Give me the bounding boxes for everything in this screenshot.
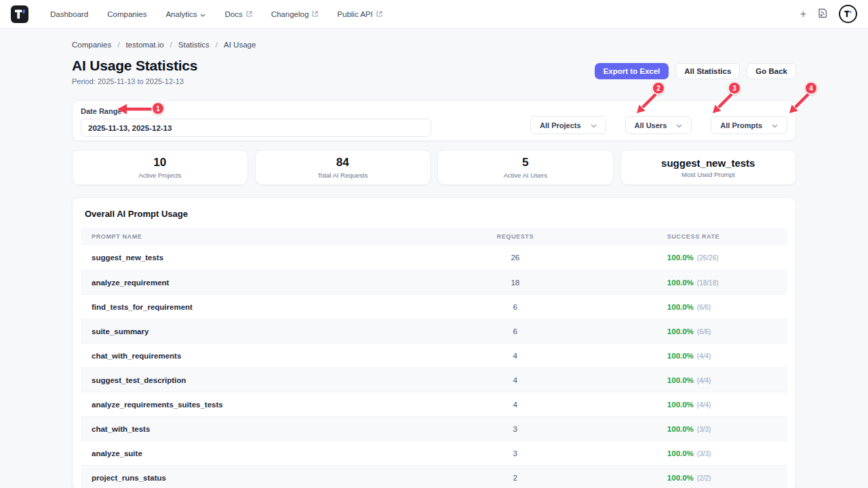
success-rate-cell: 100.0%(2/2) [667,474,787,482]
prompt-name-cell: analyze_suite [81,449,363,458]
plus-icon[interactable]: + [800,9,806,20]
success-rate-fraction: (18/18) [697,279,719,287]
projects-dropdown[interactable]: All Projects [530,116,606,134]
requests-cell: 4 [363,352,667,360]
stat-value: 10 [153,156,166,169]
date-range-input[interactable] [81,119,431,137]
success-rate-fraction: (6/6) [697,304,711,311]
success-rate-percent: 100.0% [667,474,694,482]
page-title: AI Usage Statistics [72,58,197,74]
prompt-name-cell: analyze_requirements_suites_tests [81,401,363,409]
external-link-icon [246,10,252,18]
prompts-dropdown[interactable]: All Prompts [711,116,787,134]
breadcrumb: Companies / testomat.io / Statistics / A… [72,41,796,49]
prompt-name-cell: project_runs_status [81,474,363,482]
stat-value: suggest_new_tests [661,157,755,169]
dropdown-label: All Prompts [720,121,762,129]
prompt-usage-panel: Overall AI Prompt Usage Prompt Name Requ… [72,197,796,488]
success-rate-percent: 100.0% [667,327,694,336]
stat-value: 5 [522,156,528,169]
success-rate-cell: 100.0%(4/4) [667,401,787,409]
column-header-success-rate: Success Rate [667,233,787,240]
external-link-icon [312,10,318,18]
success-rate-fraction: (4/4) [697,401,711,409]
nav-item-changelog[interactable]: Changelog [262,0,328,28]
page-title-block: AI Usage Statistics Period: 2025-11-13 t… [72,58,197,85]
external-link-icon [376,10,382,18]
go-back-button[interactable]: Go Back [747,63,796,79]
stat-label: Active Projects [138,171,181,179]
success-rate-fraction: (4/4) [697,352,711,360]
dropdown-label: All Users [635,121,667,129]
success-rate-cell: 100.0%(4/4) [667,376,787,384]
nav-item-analytics[interactable]: Analytics [156,0,215,28]
requests-cell: 2 [363,474,667,482]
table-row: project_runs_status 2 100.0%(2/2) [81,465,787,488]
nav-item-docs[interactable]: Docs [215,0,261,28]
requests-cell: 6 [363,303,667,311]
nav-item-public-api[interactable]: Public API [328,0,391,28]
table-row: suggest_new_tests 26 100.0%(26/26) [81,245,787,270]
chevron-down-icon [676,121,682,129]
nav-label: Public API [337,10,372,18]
stat-label: Total AI Requests [317,171,368,179]
requests-cell: 4 [363,401,667,409]
table-row: chat_with_requirements 4 100.0%(4/4) [81,343,787,367]
stat-label: Active AI Users [504,171,547,179]
nav-items: Dashboard Companies Analytics Docs Chang… [41,0,392,28]
header-buttons: Export to Excel All Statistics Go Back [595,63,796,79]
success-rate-fraction: (4/4) [697,377,711,384]
nav-label: Analytics [165,10,197,18]
stat-label: Most Used Prompt [682,171,735,178]
success-rate-percent: 100.0% [667,449,694,458]
breadcrumb-companies[interactable]: Companies [72,41,111,49]
success-rate-cell: 100.0%(4/4) [667,352,787,360]
stat-card-active-ai-users: 5 Active AI Users [437,150,614,185]
prompt-name-cell: chat_with_tests [81,425,363,433]
success-rate-percent: 100.0% [667,425,694,433]
nav-right-actions: + [800,5,857,23]
nav-label: Changelog [271,10,309,18]
testomat-logo-icon[interactable] [11,5,28,23]
table-row: chat_with_tests 3 100.0%(3/3) [81,416,787,441]
prompt-name-cell: suggest_test_description [81,376,363,384]
annotation-badge-4: 4 [804,81,818,95]
dropdown-label: All Projects [540,121,581,129]
user-avatar[interactable] [839,5,857,23]
success-rate-fraction: (26/26) [697,254,719,262]
users-dropdown[interactable]: All Users [625,116,692,134]
success-rate-cell: 100.0%(26/26) [667,253,787,262]
success-rate-percent: 100.0% [667,401,694,409]
success-rate-fraction: (6/6) [697,328,711,336]
prompt-name-cell: suggest_new_tests [81,253,363,262]
stat-card-total-ai-requests: 84 Total AI Requests [255,150,431,185]
period-subtitle: Period: 2025-11-13 to 2025-12-13 [72,77,197,85]
breadcrumb-company[interactable]: testomat.io [125,41,163,49]
prompt-name-cell: suite_summary [81,327,363,336]
breadcrumb-separator: / [117,41,119,49]
requests-cell: 6 [363,327,667,336]
success-rate-cell: 100.0%(3/3) [667,425,787,433]
success-rate-percent: 100.0% [667,352,694,360]
success-rate-fraction: (3/3) [697,426,711,433]
breadcrumb-separator: / [170,41,172,49]
feed-icon[interactable] [817,7,828,21]
requests-cell: 3 [363,425,667,433]
all-statistics-button[interactable]: All Statistics [675,63,740,79]
success-rate-percent: 100.0% [667,253,694,262]
table-header-row: Prompt Name Requests Success Rate [81,228,787,245]
requests-cell: 3 [363,449,667,458]
nav-item-companies[interactable]: Companies [98,0,156,28]
success-rate-cell: 100.0%(18/18) [667,279,787,287]
page-header: AI Usage Statistics Period: 2025-11-13 t… [72,58,796,85]
nav-item-dashboard[interactable]: Dashboard [41,0,98,28]
breadcrumb-statistics[interactable]: Statistics [178,41,210,49]
table-row: analyze_requirements_suites_tests 4 100.… [81,392,787,416]
export-to-excel-button[interactable]: Export to Excel [595,63,669,79]
prompt-name-cell: chat_with_requirements [81,352,363,360]
success-rate-fraction: (3/3) [697,450,711,458]
stat-cards-row: 10 Active Projects 84 Total AI Requests … [72,150,796,185]
table-row: analyze_requirement 18 100.0%(18/18) [81,270,787,294]
requests-cell: 4 [363,376,667,384]
chevron-down-icon [772,121,778,129]
